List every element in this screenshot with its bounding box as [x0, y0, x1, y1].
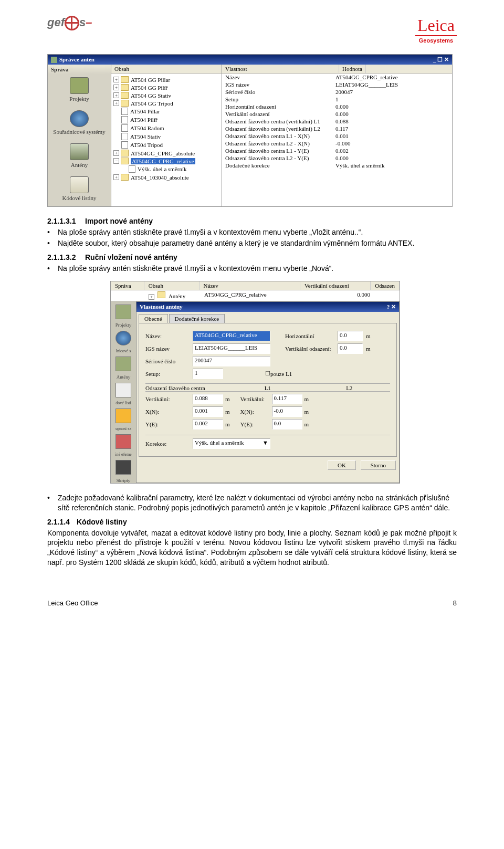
- col-nazev[interactable]: Název: [200, 281, 301, 290]
- tree-item[interactable]: AT504 Pillar: [112, 107, 220, 116]
- list-icon: [116, 383, 131, 397]
- prop-row: IGS názevLEIAT504GG______LEIS: [222, 81, 452, 88]
- setup-input[interactable]: 1: [193, 369, 223, 379]
- page-header: gefs– Leica Geosystems: [47, 16, 457, 44]
- folder-icon: [116, 305, 131, 319]
- tree-item[interactable]: +AT504 GG Pillar: [112, 76, 220, 83]
- gefos-logo: gefs–: [47, 16, 92, 30]
- sidebar-item-anteny[interactable]: Antény: [48, 140, 111, 173]
- leica-logo: Leica Geosystems: [415, 16, 457, 44]
- antenna-manager-window: Správce antén _ ☐ ✕ Správa Projekty Souř…: [47, 54, 453, 207]
- antenna-tree: Obsah +AT504 GG Pillar +AT504 GG Pilíř +…: [111, 65, 222, 206]
- vert-label: Vertikální odsazení:: [285, 345, 338, 352]
- tree-item[interactable]: +AT504 GG Pilíř: [112, 83, 220, 91]
- col-value: Hodnota: [339, 65, 366, 73]
- ye-l2-input[interactable]: 0.0: [272, 419, 302, 429]
- section-kodove: 2.1.1.4Kódové listiny Komponenta dovoluj…: [47, 517, 457, 568]
- tree-item[interactable]: +AT504 GG Tripod: [112, 99, 220, 107]
- list-icon: [70, 176, 89, 193]
- vert-l1-input[interactable]: 0.088: [193, 394, 223, 404]
- antenna-icon: [116, 357, 131, 371]
- col-sprava: Správa: [111, 281, 144, 290]
- prop-row: Dodatečné korekceVýšk. úhel a směrník: [222, 162, 452, 169]
- horiz-label: Horizontální: [285, 333, 338, 339]
- prop-row: Odsazení fázového centra L2 - Y(E)0.000: [222, 154, 452, 162]
- prop-row: Odsazení fázového centra L2 - X(N)-0.000: [222, 140, 452, 147]
- sidebar-item-projekty[interactable]: Projekty: [48, 74, 111, 107]
- tree-item[interactable]: AT504 Tripod: [112, 141, 220, 149]
- prop-row: Vertikální odsazení0.000: [222, 110, 452, 118]
- management-sidebar: Správa Projekty Souřadnicové systémy Ant…: [48, 65, 111, 206]
- prop-row: NázevAT504GG_CPRG_relative: [222, 74, 452, 81]
- tree-item[interactable]: +AT504 GG Stativ: [112, 91, 220, 99]
- tab-korekce[interactable]: Dodatečné korekce: [169, 314, 225, 323]
- ye-l1-input[interactable]: 0.002: [193, 419, 223, 429]
- antenna-icon: [51, 57, 57, 63]
- properties-panel: VlastnostHodnota NázevAT504GG_CPRG_relat…: [222, 65, 452, 206]
- seriove-input[interactable]: 200047: [193, 356, 270, 366]
- setup-label: Setup:: [145, 371, 193, 377]
- tree-item[interactable]: +AT504_103040_absolute: [112, 173, 220, 181]
- sidebar-title: Správa: [48, 65, 111, 74]
- book-icon: [116, 434, 131, 449]
- prop-row: Horizontální odsazení0.000: [222, 103, 452, 110]
- group-label: Odsazení fázového centra: [145, 385, 227, 392]
- target-icon: [65, 16, 79, 30]
- window-controls[interactable]: _ ☐ ✕: [433, 56, 449, 63]
- globe-icon: [70, 110, 89, 127]
- col-odsazen: Odsazen: [371, 281, 400, 290]
- prop-row: Setup1: [222, 96, 452, 103]
- section-calibration: Zadejte požadované kalibrační parametry,…: [47, 493, 457, 513]
- footer-title: Leica Geo Office: [47, 599, 98, 607]
- prop-row: Odsazení fázového centra (vertikální) L1…: [222, 118, 452, 125]
- window-titlebar: Správce antén _ ☐ ✕: [48, 55, 452, 65]
- storno-button[interactable]: Storno: [361, 460, 396, 470]
- sun-icon: [116, 408, 131, 423]
- help-close-icons[interactable]: ? ✕: [387, 303, 396, 310]
- ok-button[interactable]: OK: [328, 460, 356, 470]
- col-obsah: Obsah: [144, 281, 200, 290]
- antenna-properties-window: Správa Obsah Název Vertikální odsazení O…: [110, 281, 400, 484]
- pouze-checkbox[interactable]: ☐: [265, 370, 270, 377]
- prop-row: Odsazení fázového centra L1 - Y(E)0.002: [222, 147, 452, 154]
- tab-obecne[interactable]: Obecné: [139, 314, 168, 323]
- tree-header: Obsah: [114, 66, 129, 72]
- prop-row: Odsazení fázového centra L1 - X(N)0.001: [222, 132, 452, 140]
- nazev-label: Název:: [145, 333, 193, 339]
- seriove-label: Sériové číslo: [145, 358, 193, 364]
- col-vert: Vertikální odsazení: [300, 281, 371, 290]
- properties-dialog: Vlastnosti antény? ✕ Obecné Dodatečné ko…: [136, 301, 400, 483]
- igs-input[interactable]: LEIAT504GG______LEIS: [193, 343, 270, 354]
- section-manual: 2.1.1.3.2Ruční vložení nové antény Na pl…: [47, 253, 457, 274]
- korekce-select[interactable]: Výšk. úhel a směrník ▼: [193, 438, 270, 449]
- script-icon: [116, 460, 131, 475]
- tree-item[interactable]: AT504 Stativ: [112, 132, 220, 141]
- sidebar-item-souradnice[interactable]: Souřadnicové systémy: [48, 107, 111, 140]
- vert-input[interactable]: 0.0: [338, 343, 363, 354]
- sidebar-item-kodove[interactable]: Kódové listiny: [48, 173, 111, 206]
- prop-row: Odsazení fázového centra (vertikální) L2…: [222, 125, 452, 132]
- section-import: 2.1.1.3.1Import nové antény Na ploše spr…: [47, 216, 457, 248]
- tree-item[interactable]: +AT504GG_CPRG_absolute: [112, 149, 220, 157]
- xn-l1-input[interactable]: 0.001: [193, 406, 223, 417]
- vert-l2-input[interactable]: 0.117: [272, 394, 302, 404]
- page-footer: Leica Geo Office 8: [47, 599, 457, 607]
- mini-sidebar: Projekty lnicové s Antény dové listi upn…: [111, 301, 136, 483]
- nazev-input[interactable]: AT504GG_CPRG_relative: [193, 331, 270, 341]
- tree-item-selected[interactable]: −AT504GG_CPRG_relative: [112, 157, 220, 165]
- tree-item[interactable]: Výšk. úhel a směrník: [112, 165, 220, 173]
- igs-label: IGS název: [145, 345, 193, 352]
- col-property: Vlastnost: [222, 65, 339, 73]
- xn-l2-input[interactable]: -0.0: [272, 406, 302, 417]
- globe-icon: [116, 331, 131, 345]
- folder-icon: [70, 77, 89, 94]
- horiz-input[interactable]: 0.0: [338, 331, 363, 341]
- page-number: 8: [453, 599, 457, 607]
- tree-item[interactable]: AT504 Pilíř: [112, 116, 220, 124]
- antenna-icon: [70, 143, 89, 160]
- prop-row: Sériové číslo200047: [222, 88, 452, 96]
- tree-item[interactable]: AT504 Radom: [112, 124, 220, 132]
